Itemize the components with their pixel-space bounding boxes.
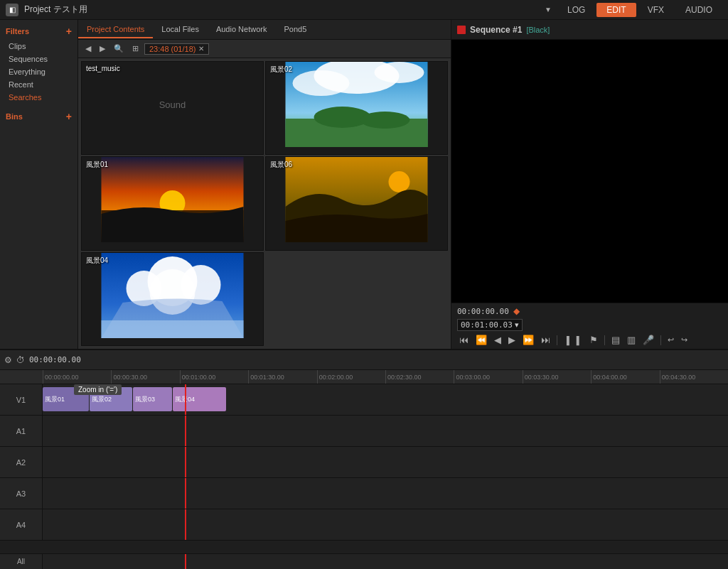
timeline-header: ⚙ ⏱ 00:00:00.00 (0, 350, 728, 370)
svg-point-2 (293, 70, 350, 96)
app-icon: ◧ (6, 4, 18, 16)
back-button[interactable]: ◀ (82, 43, 94, 55)
go-start-button[interactable]: ⏮ (457, 334, 471, 346)
svg-rect-17 (102, 320, 244, 338)
media-item-fuukei04[interactable]: 風景04 (81, 252, 264, 346)
sound-text: Sound (159, 99, 186, 110)
track-content-v1: Zoom in ('=')風景01風景02風景03風景04 (43, 384, 728, 415)
content-tab-audio-network[interactable]: Audio Network (208, 21, 276, 38)
playhead-a3 (185, 478, 186, 509)
media-item-fuukei01[interactable]: 風景01 (81, 156, 264, 250)
forward-button[interactable]: ▶ (97, 43, 108, 55)
sidebar-item-clips[interactable]: Clips (0, 40, 77, 53)
playhead-a1 (185, 416, 186, 446)
filters-label: Filters (6, 27, 29, 36)
track-row-a4: A4 (0, 509, 728, 541)
sidebar-item-recent[interactable]: Recent (0, 78, 77, 91)
media-label-fuukei04: 風景04 (86, 256, 108, 266)
track-row-v1: V1Zoom in ('=')風景01風景02風景03風景04 (0, 384, 728, 416)
overwrite-button[interactable]: ▤ (609, 334, 622, 346)
sidebar-item-sequences[interactable]: Sequences (0, 53, 77, 65)
ruler-mark-0: 00:00:00.00 (43, 370, 111, 384)
timeline-tracks: V1Zoom in ('=')風景01風景02風景03風景04A1A2A3A4 (0, 384, 728, 553)
preview-indicator (457, 26, 466, 34)
search-button[interactable]: 🔍 (111, 43, 127, 55)
track-label-v1: V1 (0, 384, 43, 415)
timecode-display-1: 00:00:00.00 (457, 307, 509, 316)
content-toolbar: ◀ ▶ 🔍 ⊞ 23:48 (01/18) ✕ (78, 40, 451, 58)
filters-header: Filters + (0, 23, 77, 40)
ruler-mark-3: 00:01:30.00 (248, 370, 316, 384)
timecode-dropdown-icon[interactable]: ▾ (515, 320, 519, 330)
nav-tab-edit[interactable]: EDIT (596, 3, 636, 17)
content-tab-project-contents[interactable]: Project Contents (78, 21, 153, 38)
timecode-marker: ◆ (513, 306, 520, 316)
preview-header: Sequence #1 [Black] (451, 20, 728, 40)
audio-button[interactable]: 🎤 (641, 334, 656, 346)
ruler-mark-6: 00:03:00.00 (454, 370, 522, 384)
loop-button-2[interactable]: ↪ (679, 335, 690, 345)
go-end-button[interactable]: ⏭ (539, 334, 552, 346)
track-row-a3: A3 (0, 478, 728, 509)
sidebar-item-searches[interactable]: Searches (0, 91, 77, 104)
insert-button[interactable]: ▥ (625, 334, 638, 346)
preview-controls: 00:00:00.00 ◆ 00:01:00.03 ▾ ⏮ ⏪ ◀ ▶ ⏩ ⏭ … (451, 303, 728, 349)
main-layout: Filters + ClipsSequencesEverythingRecent… (0, 20, 728, 349)
timeline-area: ⚙ ⏱ 00:00:00.00 00:00:00.0000:00:30.0000… (0, 349, 728, 569)
filters-add-icon[interactable]: + (66, 26, 72, 37)
clip-c4[interactable]: 風景04 (173, 387, 226, 411)
preview-subtitle: [Black] (526, 26, 550, 34)
nav-tab-audio[interactable]: AUDIO (675, 3, 722, 17)
clip-c3[interactable]: 風景03 (133, 387, 172, 411)
transport-separator-3 (660, 335, 661, 345)
ruler-mark-7: 00:03:30.00 (523, 370, 591, 384)
nav-tab-vfx[interactable]: VFX (638, 3, 674, 17)
media-item-fuukei02[interactable]: 風景02 (265, 61, 448, 155)
media-label-fuukei01: 風景01 (86, 160, 108, 170)
step-forward-button[interactable]: ⏩ (520, 334, 536, 346)
nav-tabs: LOGEDITVFXAUDIO (557, 3, 722, 17)
ruler-mark-4: 00:02:00.00 (317, 370, 385, 384)
all-row: All (0, 553, 728, 569)
content-tab-local-files[interactable]: Local Files (153, 21, 208, 38)
timecode-select[interactable]: 00:01:00.03 ▾ (457, 319, 523, 331)
play-button[interactable]: ▶ (506, 334, 518, 346)
timestamp-text: 23:48 (01/18) (149, 45, 196, 53)
transport-row: ⏮ ⏪ ◀ ▶ ⏩ ⏭ ▐ ▌ ⚑ ▤ ▥ 🎤 ↩ ↪ (457, 334, 722, 346)
media-label-fuukei02: 風景02 (270, 65, 292, 75)
bins-add-icon[interactable]: + (66, 111, 72, 122)
media-label-test_music: test_music (86, 65, 120, 72)
media-item-fuukei06[interactable]: 風景06 (265, 156, 448, 250)
step-back-button[interactable]: ⏪ (473, 334, 489, 346)
timestamp-close[interactable]: ✕ (198, 45, 204, 53)
mark-out-button[interactable]: ▌ (574, 335, 584, 345)
mark-in-button[interactable]: ▐ (562, 335, 572, 345)
zoom-tooltip: Zoom in ('=') (74, 384, 122, 395)
content-tab-pond5[interactable]: Pond5 (275, 21, 315, 38)
grid-view-button[interactable]: ⊞ (129, 43, 141, 55)
media-item-test_music[interactable]: test_musicSound (81, 61, 264, 155)
bins-header: Bins + (0, 108, 77, 125)
ruler-marks: 00:00:00.0000:00:30.0000:01:00.0000:01:3… (43, 370, 728, 384)
timeline-settings-button[interactable]: ⚙ (4, 355, 12, 365)
loop-button-1[interactable]: ↩ (665, 335, 676, 345)
svg-point-6 (360, 112, 410, 129)
svg-point-3 (375, 62, 424, 83)
marker-button[interactable]: ⚑ (587, 334, 600, 346)
media-thumb-fuukei06 (266, 157, 447, 242)
title-bar: ◧ Project テスト用 ▼ LOGEDITVFXAUDIO (0, 0, 728, 20)
sidebar-item-everything[interactable]: Everything (0, 65, 77, 78)
playhead-a2 (185, 447, 186, 477)
nav-tab-log[interactable]: LOG (557, 3, 595, 17)
timeline-timecode-button[interactable]: ⏱ (16, 355, 25, 365)
project-name: Project テスト用 (24, 4, 539, 16)
timestamp-badge: 23:48 (01/18) ✕ (144, 43, 209, 55)
project-dropdown-icon[interactable]: ▼ (545, 6, 552, 13)
play-back-button[interactable]: ◀ (492, 334, 503, 346)
track-label-a3: A3 (0, 478, 43, 509)
media-thumb-fuukei02 (266, 62, 447, 147)
preview-screen (451, 40, 728, 303)
playhead-a4 (185, 509, 186, 540)
ruler-mark-8: 00:04:00.00 (591, 370, 659, 384)
track-content-a2 (43, 447, 728, 477)
